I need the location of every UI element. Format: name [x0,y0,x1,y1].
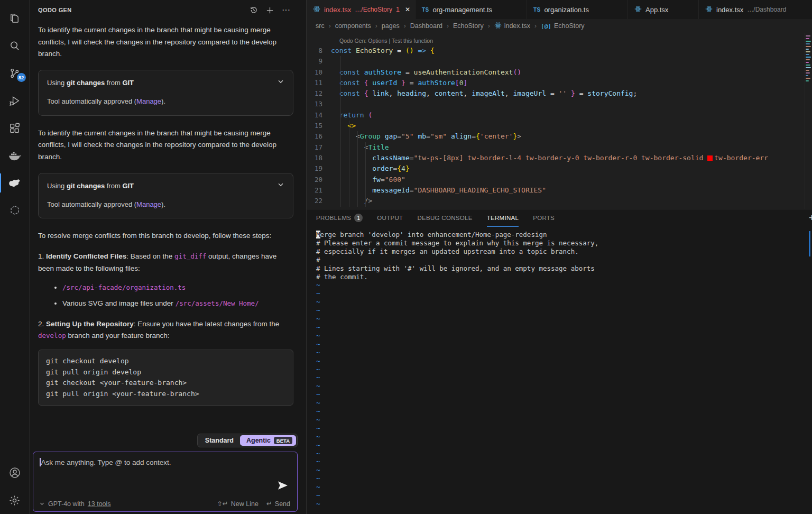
panel-tab-ports[interactable]: PORTS [533,209,555,227]
panel-tab-problems[interactable]: PROBLEMS1 [316,209,363,227]
model-selector[interactable]: GPT-4o with 13 tools [39,500,111,508]
code-text: className="tw-ps-[8px] tw-border-l-4 tw-… [331,153,768,163]
beta-badge: BETA [274,437,292,444]
terminal-cursor: M [316,231,320,238]
code-text: const EchoStory = () => { [331,45,435,56]
codelens[interactable]: Qodo Gen: Options | Test this function [307,36,805,45]
react-icon [705,5,713,14]
chat-input[interactable]: Ask me anything. Type @ to add context. … [33,452,298,512]
breadcrumb-item[interactable]: EchoStory [453,22,484,30]
code-text: const authStore = useAuthenticationConte… [331,67,521,78]
new-terminal-icon[interactable]: + [809,212,812,224]
vim-tilde-line: ~ [316,373,812,382]
terminal[interactable]: Merge branch 'develop' into enhancement/… [307,227,812,514]
vim-tilde-line: ~ [316,357,812,365]
code-line: 8const EchoStory = () => { [307,45,805,56]
chevron-down-icon[interactable] [277,180,284,192]
mode-toggle: Standard AgenticBETA [197,434,298,447]
new-chat-icon[interactable] [266,6,274,14]
chevron-down-icon[interactable] [277,77,284,89]
line-number: 18 [307,153,331,163]
run-debug-icon[interactable] [0,87,30,114]
vim-tilde-line: ~ [316,340,812,348]
qodo-gen-icon[interactable] [0,169,30,197]
vim-tilde-line: ~ [316,323,812,332]
panel-tab-bar: PROBLEMS1OUTPUTDEBUG CONSOLETERMINALPORT… [307,209,812,227]
code-line: 14 return ( [307,110,805,121]
panel-tab-terminal[interactable]: TERMINAL [487,209,519,227]
tool-approved-text: Tool automatically approved (Manage). [47,199,284,210]
minimap-line [806,62,809,63]
tool-call-card[interactable]: Using git changes from GIT Tool automati… [38,173,293,219]
vscode-window: 82 QODO GEN [0,0,812,514]
send-icon[interactable] [277,481,289,492]
typescript-icon: TS [422,7,429,13]
code-text: <Title [331,142,389,153]
minimap[interactable] [805,33,812,209]
chat-input-placeholder: Ask me anything. Type @ to add context. [41,458,171,466]
panel-tab-output[interactable]: OUTPUT [377,209,403,227]
breadcrumb-item[interactable]: Dashboard [410,22,442,30]
editor-tab-bar: index.tsx…/EchoStory1✕TSorg-management.t… [307,0,812,19]
line-number: 22 [307,196,331,206]
manage-link[interactable]: Manage [136,97,161,105]
react-icon [634,5,642,14]
code-line: 12 const { link, heading, content, image… [307,88,805,99]
code-text: const { link, heading, content, imageAlt… [331,88,637,99]
more-actions-icon[interactable]: ··· [282,6,290,14]
editor-tab[interactable]: TSorganization.ts [527,0,628,19]
source-control-icon[interactable]: 82 [0,59,30,87]
mode-agentic-button[interactable]: AgenticBETA [240,435,296,446]
tools-link[interactable]: 13 tools [88,500,111,508]
mode-standard-button[interactable]: Standard [199,435,240,446]
line-number: 11 [307,78,331,88]
minimap-line [806,43,810,44]
qodo-panel-header: QODO GEN ··· [30,0,306,20]
hexagon-icon[interactable] [0,197,30,224]
search-icon[interactable] [0,32,30,59]
breadcrumb-separator: › [447,22,449,30]
editor-tab[interactable]: TSorg-management.ts [416,0,527,19]
tab-problem-badge: 1 [396,6,400,13]
docker-icon[interactable] [0,142,30,169]
code-editor[interactable]: Qodo Gen: Options | Test this function8c… [307,33,812,209]
minimap-line [806,70,809,71]
panel-tab-debug-console[interactable]: DEBUG CONSOLE [417,209,472,227]
breadcrumb-item[interactable]: [@]EchoStory [541,22,585,30]
minimap-line [806,57,811,58]
editor-tab[interactable]: index.tsx…/EchoStory1✕ [307,0,416,19]
explorer-icon[interactable] [0,4,30,32]
settings-gear-icon[interactable] [0,487,30,514]
tool-call-card[interactable]: Using git changes from GIT Tool automati… [38,70,293,116]
tool-card-text: Using git changes from GIT [47,180,134,192]
tool-card-text: Using git changes from GIT [47,77,134,89]
editor-tab[interactable]: App.tsx [628,0,699,19]
tab-close-icon[interactable]: ✕ [405,6,410,13]
editor-tab[interactable]: index.tsx…/Dashboard [699,0,812,19]
minimap-line [806,41,811,42]
history-icon[interactable] [250,6,258,14]
code-line: 11 const { userId } = authStore[0] [307,78,805,88]
code-line: 19 order={4} [307,163,805,174]
panel-title: QODO GEN [38,7,72,13]
color-swatch-red [707,155,713,161]
vim-tilde-line: ~ [316,491,812,500]
breadcrumb-item[interactable]: pages [382,22,400,30]
line-number: 21 [307,185,331,196]
breadcrumb-item[interactable]: components [335,22,371,30]
line-number: 17 [307,142,331,153]
scm-badge: 82 [17,73,26,82]
extensions-icon[interactable] [0,114,30,142]
account-icon[interactable] [0,459,30,487]
terminal-line: # Lines starting with '#' will be ignore… [316,264,812,273]
code-line: 13 [307,99,805,109]
manage-link[interactable]: Manage [136,200,161,208]
line-number: 8 [307,45,331,56]
breadcrumb-item[interactable]: src [316,22,325,30]
assistant-message: To resolve merge conflicts from this bra… [38,230,293,242]
minimap-line [806,46,811,47]
code-text: const { userId } = authStore[0] [331,78,467,88]
breadcrumb-item[interactable]: index.tsx [494,22,530,31]
tab-label: index.tsx [324,6,351,14]
minimap-line [806,49,809,50]
